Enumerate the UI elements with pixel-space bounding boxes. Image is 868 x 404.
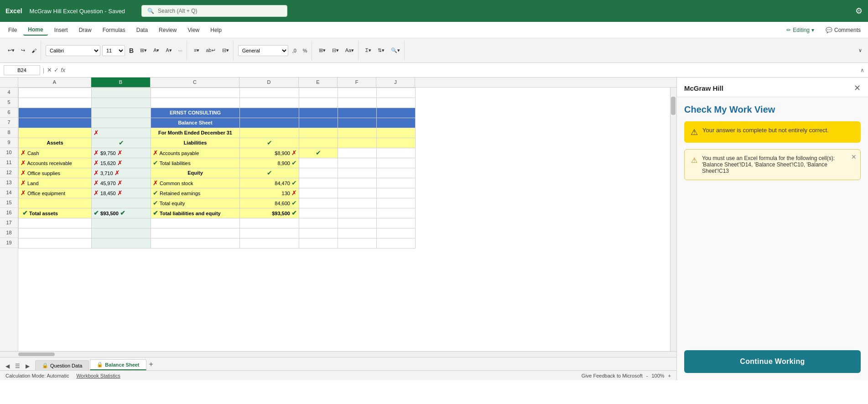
menu-item-file[interactable]: File <box>4 25 21 35</box>
scroll-thumb[interactable] <box>671 97 676 115</box>
cell-f4[interactable] <box>338 88 377 98</box>
cell-j5[interactable] <box>377 98 416 108</box>
editing-button[interactable]: ✏ Editing ▾ <box>782 25 818 36</box>
cell-e7[interactable] <box>299 118 338 128</box>
row-header-7[interactable]: 7 <box>0 118 18 128</box>
comments-button[interactable]: 💬 Comments <box>822 25 864 35</box>
menu-item-data[interactable]: Data <box>132 25 152 35</box>
merge-button[interactable]: ⊟▾ <box>220 46 231 55</box>
cell-a5[interactable] <box>19 98 92 108</box>
cell-a13[interactable]: ✗ Land <box>19 178 92 188</box>
cell-b5[interactable] <box>92 98 151 108</box>
cell-b12[interactable]: ✗ 3,710 ✗ <box>92 168 151 178</box>
sheet-nav-next[interactable]: ▶ <box>24 362 31 370</box>
zoom-out-button[interactable]: - <box>646 373 648 378</box>
formula-expand-icon[interactable]: ∧ <box>860 67 864 73</box>
row-header-6[interactable]: 6 <box>0 108 18 118</box>
search-box[interactable]: 🔍 Search (Alt + Q) <box>141 5 287 17</box>
borders-button[interactable]: ⊞▾ <box>138 46 149 55</box>
cell-b13[interactable]: ✗ 45,970 ✗ <box>92 178 151 188</box>
cell-b10[interactable]: ✗ $9,750 ✗ <box>92 148 151 158</box>
cell-d14[interactable]: 130 ✗ <box>240 188 299 198</box>
menu-item-formulas[interactable]: Formulas <box>98 25 130 35</box>
h-scroll-thumb[interactable] <box>18 352 55 356</box>
menu-item-review[interactable]: Review <box>154 25 181 35</box>
percent-button[interactable]: % <box>301 47 310 55</box>
cell-e5[interactable] <box>299 98 338 108</box>
cancel-formula-icon[interactable]: ✕ <box>47 67 52 73</box>
fill-color-button[interactable]: A▾ <box>151 46 161 55</box>
cell-j11[interactable] <box>377 158 416 168</box>
cell-c8[interactable]: For Month Ended December 31 <box>151 128 240 138</box>
sheet-nav-list[interactable]: ☰ <box>13 362 22 370</box>
cell-f8[interactable] <box>338 128 377 138</box>
cell-j4[interactable] <box>377 88 416 98</box>
cell-f15[interactable] <box>338 198 377 208</box>
col-header-d[interactable]: D <box>239 78 299 87</box>
cell-a12[interactable]: ✗ Office supplies <box>19 168 92 178</box>
cell-f13[interactable] <box>338 178 377 188</box>
row-header-13[interactable]: 13 <box>0 178 18 188</box>
cell-j16[interactable] <box>377 208 416 218</box>
cell-f7[interactable] <box>338 118 377 128</box>
cell-c15[interactable]: ✔ Total equity <box>151 198 240 208</box>
cell-a16[interactable]: ✔ Total assets <box>19 208 92 218</box>
cell-f10[interactable] <box>338 148 377 158</box>
cell-e10[interactable]: ✔ <box>299 148 338 158</box>
menu-item-draw[interactable]: Draw <box>74 25 96 35</box>
row-header-8[interactable]: 8 <box>0 128 18 138</box>
cell-d6[interactable] <box>240 108 299 118</box>
cell-a7[interactable] <box>19 118 92 128</box>
cell-j8[interactable] <box>377 128 416 138</box>
cell-e11[interactable] <box>299 158 338 168</box>
cell-d11[interactable]: 8,900 ✔ <box>240 158 299 168</box>
row-header-11[interactable]: 11 <box>0 158 18 168</box>
more-button[interactable]: ··· <box>176 47 185 55</box>
cell-b6[interactable] <box>92 108 151 118</box>
accounting-format-button[interactable]: ,0 <box>290 47 299 55</box>
cell-a15[interactable] <box>19 198 92 208</box>
cell-a9[interactable]: Assets <box>19 138 92 148</box>
cell-d5[interactable] <box>240 98 299 108</box>
col-header-b[interactable]: B <box>91 78 151 87</box>
grid-cells[interactable]: ERNST CONSULTING Balance Sheet <box>18 88 670 352</box>
cell-d12[interactable]: ✔ <box>240 168 299 178</box>
zoom-in-button[interactable]: + <box>668 373 671 378</box>
row-header-17[interactable]: 17 <box>0 218 18 228</box>
feedback-text[interactable]: Give Feedback to Microsoft <box>582 373 643 378</box>
confirm-formula-icon[interactable]: ✓ <box>54 67 59 73</box>
cell-b15[interactable] <box>92 198 151 208</box>
cell-c11[interactable]: ✔ Total liabilities <box>151 158 240 168</box>
secondary-alert-close[interactable]: ✕ <box>851 153 857 161</box>
cell-d7[interactable] <box>240 118 299 128</box>
cell-a4[interactable] <box>19 88 92 98</box>
cell-c4[interactable] <box>151 88 240 98</box>
cell-c6[interactable]: ERNST CONSULTING <box>151 108 240 118</box>
cell-b8[interactable]: ✗ <box>92 128 151 138</box>
cell-d15[interactable]: 84,600 ✔ <box>240 198 299 208</box>
conditional-format-button[interactable]: ⊞▾ <box>317 46 328 55</box>
align-button[interactable]: ≡▾ <box>192 46 202 55</box>
function-icon[interactable]: fx <box>61 67 65 73</box>
cell-a6[interactable] <box>19 108 92 118</box>
row-header-14[interactable]: 14 <box>0 188 18 198</box>
cell-b9[interactable]: ✔ <box>92 138 151 148</box>
cell-d10[interactable]: $8,900 ✗ <box>240 148 299 158</box>
cell-a11[interactable]: ✗ Accounts receivable <box>19 158 92 168</box>
cell-e15[interactable] <box>299 198 338 208</box>
cell-f5[interactable] <box>338 98 377 108</box>
cell-e8[interactable] <box>299 128 338 138</box>
cell-c13[interactable]: ✗ Common stock <box>151 178 240 188</box>
cell-f14[interactable] <box>338 188 377 198</box>
menu-item-home[interactable]: Home <box>23 25 47 36</box>
bold-button[interactable]: B <box>127 46 136 56</box>
panel-close-button[interactable]: ✕ <box>854 83 861 93</box>
row-header-12[interactable]: 12 <box>0 168 18 178</box>
cell-j10[interactable] <box>377 148 416 158</box>
cell-f16[interactable] <box>338 208 377 218</box>
cell-c14[interactable]: ✔ Retained earnings <box>151 188 240 198</box>
cell-reference-input[interactable] <box>4 65 40 75</box>
row-header-19[interactable]: 19 <box>0 238 18 248</box>
row-header-16[interactable]: 16 <box>0 208 18 218</box>
menu-item-view[interactable]: View <box>183 25 204 35</box>
